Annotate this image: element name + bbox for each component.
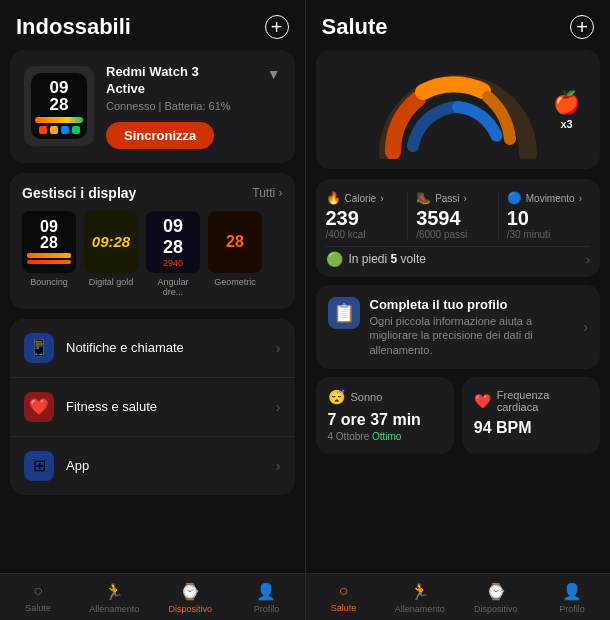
profile-icon: 📋 — [328, 297, 360, 329]
fitness-label: Fitness e salute — [66, 399, 264, 414]
sonno-value: 7 ore 37 min — [328, 411, 442, 429]
standing-text: In piedi 5 volte — [349, 252, 586, 266]
standing-unit: volte — [401, 252, 426, 266]
left-nav-allenamento[interactable]: 🏃 Allenamento — [76, 574, 152, 620]
left-nav-salute[interactable]: ○ Salute — [0, 574, 76, 620]
right-nav-salute[interactable]: ○ Salute — [306, 574, 382, 620]
left-nav-dispositivo[interactable]: ⌚ Dispositivo — [152, 574, 228, 620]
watch-bottom — [39, 126, 80, 134]
apple-icon: 🍎 — [553, 90, 580, 116]
face-thumb-digital-gold: 09:28 — [84, 211, 138, 273]
health-gauge-svg — [368, 64, 548, 159]
standing-row[interactable]: 🟢 In piedi 5 volte › — [326, 246, 591, 267]
left-nav-salute-label: Salute — [25, 603, 51, 613]
menu-item-notifications[interactable]: 📱 Notifiche e chiamate › — [10, 319, 295, 378]
right-add-button[interactable]: + — [570, 15, 594, 39]
stat-calorie-label-row: 🔥 Calorie › — [326, 191, 400, 205]
movimento-icon: 🔵 — [507, 191, 522, 205]
right-panel: Salute + 🍎 x3 🔥 Calorie — [306, 0, 611, 620]
right-nav-profilo[interactable]: 👤 Profilo — [534, 574, 610, 620]
app-arrow-icon: › — [276, 458, 281, 474]
notifications-label: Notifiche e chiamate — [66, 340, 264, 355]
left-nav-profilo[interactable]: 👤 Profilo — [228, 574, 304, 620]
display-section-header: Gestisci i display Tutti › — [22, 185, 283, 201]
menu-item-fitness[interactable]: ❤️ Fitness e salute › — [10, 378, 295, 437]
device-status: Connesso | Batteria: 61% — [106, 100, 255, 112]
right-header: Salute + — [306, 0, 611, 50]
left-add-button[interactable]: + — [265, 15, 289, 39]
right-title: Salute — [322, 14, 388, 40]
passi-value: 3594 — [416, 207, 490, 229]
display-all-link[interactable]: Tutti › — [252, 186, 282, 200]
right-nav-salute-label: Salute — [331, 603, 357, 613]
menu-section: 📱 Notifiche e chiamate › ❤️ Fitness e sa… — [10, 319, 295, 495]
profile-text: Completa il tuo profilo Ogni piccola inf… — [370, 297, 574, 357]
right-nav-salute-icon: ○ — [339, 582, 349, 600]
standing-icon: 🟢 — [326, 251, 343, 267]
left-title: Indossabili — [16, 14, 131, 40]
display-section-title: Gestisci i display — [22, 185, 136, 201]
movimento-value: 10 — [507, 207, 582, 229]
movimento-label: Movimento — [526, 193, 575, 204]
watch-bar — [35, 117, 83, 123]
left-nav-allenamento-label: Allenamento — [89, 604, 139, 614]
passi-sub: /6000 passi — [416, 229, 490, 240]
right-nav-allenamento-label: Allenamento — [395, 604, 445, 614]
watch-faces-row: 0928 Bouncing 09:28 Digital gold 0928 29… — [22, 211, 283, 297]
stats-card: 🔥 Calorie › 239 /400 kcal 🥾 Passi › 3594… — [316, 179, 601, 277]
tile-sonno-header: 😴 Sonno — [328, 389, 442, 405]
face-bar2 — [27, 260, 71, 264]
right-nav-dispositivo-icon: ⌚ — [486, 582, 506, 601]
frequenza-value: 94 BPM — [474, 419, 588, 437]
right-nav-dispositivo[interactable]: ⌚ Dispositivo — [458, 574, 534, 620]
health-tiles: 😴 Sonno 7 ore 37 min 4 Ottobre Ottimo ❤️… — [316, 377, 601, 454]
calorie-sub: /400 kcal — [326, 229, 400, 240]
watch-image: 09 28 — [24, 66, 94, 146]
device-info: Redmi Watch 3Active Connesso | Batteria:… — [106, 64, 255, 149]
watch-time-bot: 28 — [50, 96, 69, 113]
watch-dot-3 — [61, 126, 69, 134]
standing-label: In piedi — [349, 252, 388, 266]
profile-arrow-icon: › — [583, 319, 588, 335]
tile-sonno[interactable]: 😴 Sonno 7 ore 37 min 4 Ottobre Ottimo — [316, 377, 454, 454]
left-header: Indossabili + — [0, 0, 305, 50]
fitness-arrow-icon: › — [276, 399, 281, 415]
left-nav-profilo-label: Profilo — [254, 604, 280, 614]
face-label-angular: Angular dre... — [146, 277, 200, 297]
profile-sub: Ogni piccola informazione aiuta a miglio… — [370, 314, 574, 357]
right-nav-dispositivo-label: Dispositivo — [474, 604, 518, 614]
face-time-digital-gold: 09:28 — [92, 233, 130, 250]
stat-movimento: 🔵 Movimento › 10 /30 minuti — [499, 191, 590, 240]
sync-button[interactable]: Sincronizza — [106, 122, 214, 149]
watch-dot-2 — [50, 126, 58, 134]
menu-item-app[interactable]: ⊞ App › — [10, 437, 295, 495]
face-item-bouncing[interactable]: 0928 Bouncing — [22, 211, 76, 297]
stats-header: 🔥 Calorie › 239 /400 kcal 🥾 Passi › 3594… — [326, 191, 591, 240]
face-time-geometric: 28 — [226, 233, 244, 251]
right-nav-allenamento-icon: 🏃 — [410, 582, 430, 601]
left-nav-salute-icon: ○ — [33, 582, 43, 600]
face-thumb-angular: 0928 2940 — [146, 211, 200, 273]
sonno-icon: 😴 — [328, 389, 345, 405]
face-item-digital-gold[interactable]: 09:28 Digital gold — [84, 211, 138, 297]
calorie-icon: 🔥 — [326, 191, 341, 205]
display-section: Gestisci i display Tutti › 0928 Bouncing… — [10, 173, 295, 309]
tile-frequenza-header: ❤️ Frequenza cardiaca — [474, 389, 588, 413]
face-label-geometric: Geometric — [214, 277, 256, 287]
dropdown-arrow-icon[interactable]: ▼ — [267, 66, 281, 82]
profile-card[interactable]: 📋 Completa il tuo profilo Ogni piccola i… — [316, 285, 601, 369]
stat-calorie: 🔥 Calorie › 239 /400 kcal — [326, 191, 409, 240]
right-nav-allenamento[interactable]: 🏃 Allenamento — [382, 574, 458, 620]
watch-dot-1 — [39, 126, 47, 134]
face-item-angular[interactable]: 0928 2940 Angular dre... — [146, 211, 200, 297]
stat-passi: 🥾 Passi › 3594 /6000 passi — [408, 191, 499, 240]
frequenza-icon: ❤️ — [474, 393, 491, 409]
tile-frequenza[interactable]: ❤️ Frequenza cardiaca 94 BPM — [462, 377, 600, 454]
movimento-sub: /30 minuti — [507, 229, 582, 240]
profile-title: Completa il tuo profilo — [370, 297, 574, 312]
face-item-geometric[interactable]: 28 Geometric — [208, 211, 262, 297]
right-nav-profilo-icon: 👤 — [562, 582, 582, 601]
face-time-bouncing: 0928 — [40, 219, 58, 251]
sonno-sub: 4 Ottobre Ottimo — [328, 431, 442, 442]
sonno-quality: Ottimo — [372, 431, 401, 442]
